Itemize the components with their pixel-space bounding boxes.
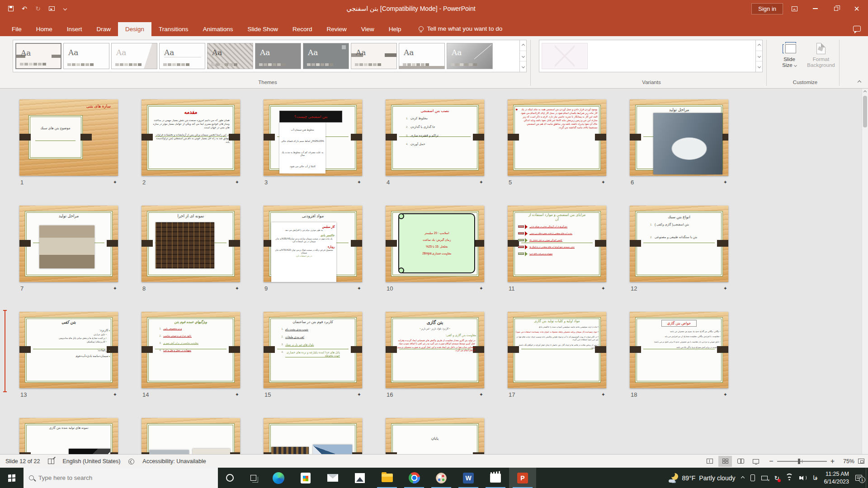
slide-18-thumbnail[interactable]: خواص بتن گازي• چگالي: چگالي بتن گازي حدو… (630, 312, 728, 388)
tab-animations[interactable]: Animations (196, 22, 241, 36)
undo-icon[interactable]: ↶ (19, 3, 30, 14)
slide-12-thumbnail[interactable]: انواع بتن سبك1.بتن اسفنجی( گازی وكفی )2.… (630, 206, 728, 282)
taskbar-edge-icon[interactable] (265, 468, 292, 488)
hidden-icons-chevron-icon[interactable] (741, 477, 744, 479)
tab-design[interactable]: Design (118, 22, 151, 36)
theme-thumbnail-5[interactable]: Aa (207, 43, 253, 69)
taskbar-powerpoint-icon[interactable]: P (509, 468, 536, 488)
taskbar-video-editor-icon[interactable] (482, 468, 509, 488)
animation-star-icon[interactable]: ✦ (479, 392, 483, 398)
animation-star-icon[interactable]: ✦ (113, 392, 117, 398)
slideshow-view-button[interactable] (749, 456, 763, 467)
themes-scroll-up-icon[interactable] (520, 40, 526, 51)
format-background-button[interactable]: Format Background (807, 41, 835, 70)
slide-14-thumbnail[interactable]: ويژگيهاي عمده فوم بتن1.وزن مخصوص پايين2.… (142, 312, 240, 388)
tab-help[interactable]: Help (382, 22, 409, 36)
customize-quick-access-icon[interactable] (60, 3, 71, 14)
scroll-up-icon[interactable] (862, 89, 868, 95)
search-input[interactable] (38, 474, 212, 481)
slide-16-thumbnail[interactable]: بتن گازی• كاربرد: بلوك باربر - غير باربر… (386, 312, 484, 388)
collapse-ribbon-icon[interactable] (858, 77, 861, 85)
wifi-icon[interactable] (786, 475, 793, 481)
variants-scroll-up-icon[interactable] (756, 40, 762, 51)
slide-5-thumbnail[interactable]: ◆بوجود آوردن قرار دادن و حمل آوردن بتن ا… (508, 99, 606, 176)
tab-slide-show[interactable]: Slide Show (240, 22, 285, 36)
minimize-button[interactable] (806, 0, 825, 17)
taskbar-word-icon[interactable]: W (455, 468, 482, 488)
accessibility-icon[interactable] (128, 458, 134, 464)
animation-star-icon[interactable]: ✦ (357, 286, 361, 291)
tab-file[interactable]: File (5, 22, 29, 36)
taskbar-paint-icon[interactable] (428, 468, 455, 488)
slide-10-thumbnail[interactable]: اسلامپ : 20 ميليمترزمان گيرش: يك ساعتتخل… (386, 206, 484, 282)
redo-icon[interactable]: ↻ (33, 3, 43, 14)
slide-22-thumbnail[interactable]: پايان (386, 418, 484, 454)
input-language-indicator[interactable]: فا (813, 474, 817, 481)
slide-7-thumbnail[interactable]: مراحل توليد (19, 206, 118, 282)
weather-widget[interactable]: 89°F Partly cloudy (669, 473, 736, 483)
ribbon-display-options-icon[interactable] (785, 0, 804, 17)
theme-thumbnail-4[interactable]: Aa (159, 43, 205, 69)
volume-icon[interactable] (799, 475, 807, 480)
scrollbar-thumb[interactable] (863, 96, 867, 127)
language-indicator[interactable]: English (United States) (62, 458, 120, 465)
themes-scroll-down-icon[interactable] (520, 51, 526, 62)
slide-8-thumbnail[interactable]: نمونه ای از اجرا (142, 206, 240, 282)
zoom-in-icon[interactable]: + (830, 457, 835, 465)
reading-view-button[interactable] (734, 456, 747, 467)
comments-icon[interactable] (853, 26, 861, 32)
tell-me-box[interactable]: Tell me what you want to do (419, 25, 503, 36)
taskbar-store-icon[interactable] (292, 468, 319, 488)
sign-in-button[interactable]: Sign in (751, 3, 783, 14)
animation-star-icon[interactable]: ✦ (601, 392, 605, 398)
taskbar-clock[interactable]: 11:25 AM 6/14/2023 (824, 470, 849, 485)
tab-review[interactable]: Review (320, 22, 354, 36)
slide-13-thumbnail[interactable]: بتن كفی● كاربرد:• عايق حرارتي• پر كننده … (19, 312, 118, 388)
fit-to-window-icon[interactable] (858, 459, 864, 464)
animation-star-icon[interactable]: ✦ (113, 179, 117, 185)
slide-21-thumbnail[interactable] (264, 418, 362, 454)
slide-size-button[interactable]: Slide Size (775, 41, 804, 70)
taskbar-file-explorer-icon[interactable] (373, 468, 401, 488)
animation-star-icon[interactable]: ✦ (723, 286, 727, 291)
theme-thumbnail-7[interactable]: Aa (303, 43, 349, 69)
animation-star-icon[interactable]: ✦ (601, 286, 605, 291)
touch-keyboard-icon[interactable] (761, 476, 768, 480)
tab-insert[interactable]: Insert (60, 22, 90, 36)
vertical-scrollbar[interactable] (862, 89, 868, 454)
theme-thumbnail-10[interactable]: Aa (447, 43, 493, 69)
slide-11-thumbnail[interactable]: مزايای بتن اسفنجي و موارد استفاده از آنج… (508, 206, 606, 282)
theme-thumbnail-8[interactable]: Aa (351, 43, 397, 69)
variants-more-icon[interactable] (756, 61, 762, 72)
accessibility-status[interactable]: Accessibility: Unavailable (142, 458, 206, 465)
slide-17-thumbnail[interactable]: مواد اوليه و كليات توليد بتن گازي• ماده … (508, 312, 606, 388)
save-icon[interactable] (5, 3, 16, 14)
animation-star-icon[interactable]: ✦ (479, 179, 483, 185)
tab-view[interactable]: View (354, 22, 382, 36)
animation-star-icon[interactable]: ✦ (357, 392, 361, 398)
animation-star-icon[interactable]: ✦ (601, 179, 605, 185)
animation-star-icon[interactable]: ✦ (723, 179, 727, 185)
zoom-out-icon[interactable]: − (769, 457, 773, 465)
tab-record[interactable]: Record (285, 22, 320, 36)
theme-thumbnail-3[interactable]: Aa (111, 43, 157, 69)
slide-2-thumbnail[interactable]: مقدمههمان طور كه مي دانيم امروزه صنعت بت… (142, 99, 240, 176)
normal-view-button[interactable] (703, 456, 717, 467)
tab-draw[interactable]: Draw (90, 22, 118, 36)
taskbar-mail-icon[interactable] (319, 468, 346, 488)
taskbar-photos-icon[interactable] (346, 468, 373, 488)
zoom-slider[interactable] (777, 461, 827, 462)
animation-star-icon[interactable]: ✦ (235, 179, 239, 185)
taskbar-chrome-icon[interactable] (401, 468, 428, 488)
slide-15-thumbnail[interactable]: كاربرد فوم بتن در ساختمان1.شيب بندی پشت … (264, 312, 362, 388)
variant-thumbnail-1[interactable] (542, 43, 588, 69)
animation-star-icon[interactable]: ✦ (723, 392, 727, 398)
task-view-button[interactable] (241, 468, 265, 488)
taskbar-search[interactable] (24, 468, 218, 488)
slide-20-thumbnail[interactable] (142, 418, 240, 454)
start-slideshow-icon[interactable]: ▶ (46, 3, 57, 14)
variants-scroll-down-icon[interactable] (756, 51, 762, 62)
slide-1-thumbnail[interactable]: سازه های بتنیموضوع بتن هاي سبك (19, 99, 118, 176)
slide-3-thumbnail[interactable]: بتن اسفنجی چیست؟مخلوط شن-سيمان-آب15%تا25… (264, 99, 362, 176)
tab-transitions[interactable]: Transitions (151, 22, 196, 36)
